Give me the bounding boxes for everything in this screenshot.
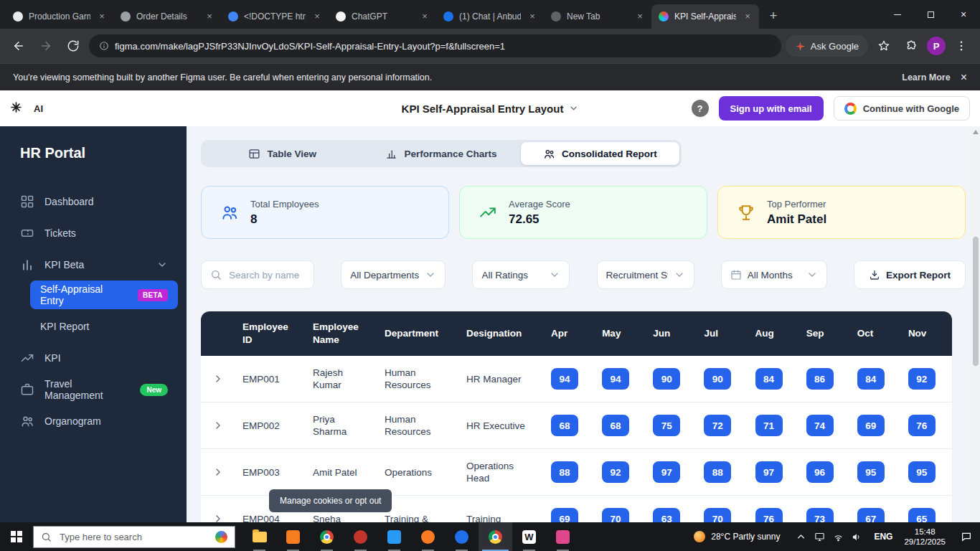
- table-row[interactable]: EMP001 Rajesh Kumar Human Resources HR M…: [201, 356, 952, 402]
- close-button[interactable]: ×: [947, 0, 980, 29]
- row-expander[interactable]: [201, 496, 235, 522]
- clock[interactable]: 15:48 29/12/2025: [897, 527, 953, 547]
- help-button[interactable]: ?: [692, 100, 709, 117]
- tab-performance-charts[interactable]: Performance Charts: [362, 142, 520, 165]
- vscode-icon[interactable]: [377, 522, 411, 551]
- extensions-button[interactable]: [900, 34, 923, 57]
- file-title[interactable]: KPI Self-Appraisal Entry Layout: [402, 103, 579, 115]
- ratings-dropdown[interactable]: All Ratings: [472, 260, 570, 289]
- tab-favicon: [551, 11, 561, 22]
- col-jul: Jul: [697, 311, 748, 356]
- sidebar-item-organogram[interactable]: Organogram: [0, 405, 187, 437]
- page-scrollbar[interactable]: [971, 126, 980, 522]
- search-input[interactable]: [227, 269, 305, 281]
- row-expander[interactable]: [201, 402, 235, 448]
- app-icon-orange[interactable]: [276, 522, 310, 551]
- banner-close-icon[interactable]: ×: [961, 71, 967, 84]
- table-row[interactable]: EMP002 Priya Sharma Human Resources HR E…: [201, 402, 952, 449]
- export-report-button[interactable]: Export Report: [854, 260, 966, 289]
- new-tab-button[interactable]: +: [763, 6, 783, 26]
- tab-close-icon[interactable]: ×: [634, 11, 646, 22]
- tab-table-view[interactable]: Table View: [203, 142, 362, 165]
- browser-tab-0[interactable]: Production Garm×: [6, 4, 113, 29]
- browser-tab-4[interactable]: (1) Chat | Anbud×: [436, 4, 544, 29]
- scroll-up-arrow[interactable]: [973, 130, 979, 134]
- back-button[interactable]: [7, 34, 30, 57]
- figma-apps-icon[interactable]: [10, 101, 22, 116]
- dashboard-icon: [20, 194, 34, 209]
- browser-tab-2[interactable]: <!DOCTYPE htm×: [221, 4, 329, 29]
- tab-close-icon[interactable]: ×: [204, 11, 215, 22]
- maximize-button[interactable]: [914, 0, 947, 29]
- chrome-icon[interactable]: [310, 522, 344, 551]
- minimize-icon: [894, 14, 901, 15]
- start-button[interactable]: [0, 522, 33, 551]
- browser-tab-5[interactable]: New Tab×: [544, 4, 651, 29]
- trending-up-icon: [479, 203, 497, 222]
- stream-dropdown[interactable]: Recruitment Strea: [597, 260, 694, 289]
- sidebar-item-kpi[interactable]: KPI: [0, 342, 187, 374]
- tab-close-icon[interactable]: ×: [419, 11, 430, 22]
- browser-menu-button[interactable]: [950, 34, 973, 57]
- table-header-row: Employee ID Employee Name Department Des…: [201, 311, 952, 356]
- taskbar-search-input[interactable]: [58, 531, 209, 543]
- signup-email-button[interactable]: Sign up with email: [719, 96, 824, 121]
- app-icon-pink[interactable]: [546, 522, 580, 551]
- xampp-icon[interactable]: [411, 522, 445, 551]
- mail-app-icon[interactable]: [445, 522, 479, 551]
- active-browser-icon[interactable]: [479, 522, 512, 551]
- tab-close-icon[interactable]: ×: [742, 11, 753, 22]
- time: 15:48: [904, 527, 946, 537]
- ai-label[interactable]: AI: [34, 103, 43, 114]
- search-field[interactable]: [201, 260, 314, 289]
- volume-icon[interactable]: [852, 532, 862, 542]
- chevron-down-icon: [674, 269, 685, 281]
- departments-dropdown[interactable]: All Departments: [341, 260, 446, 289]
- language-indicator[interactable]: ENG: [870, 532, 897, 542]
- profile-avatar[interactable]: P: [927, 37, 946, 55]
- row-expander[interactable]: [201, 356, 235, 402]
- forward-button[interactable]: [34, 34, 57, 57]
- scrollbar-thumb[interactable]: [973, 237, 979, 366]
- score-badge: 97: [653, 461, 680, 483]
- bookmark-button[interactable]: [872, 34, 895, 57]
- taskbar-search[interactable]: [33, 526, 235, 548]
- row-expander[interactable]: [201, 449, 235, 495]
- new-badge: New: [140, 384, 168, 396]
- site-info-icon[interactable]: [99, 41, 109, 51]
- tab-close-icon[interactable]: ×: [527, 11, 538, 22]
- col-aug: Aug: [748, 311, 799, 356]
- wifi-icon[interactable]: [833, 532, 844, 542]
- tab-consolidated-report[interactable]: Consolidated Report: [521, 142, 679, 165]
- monitor-icon[interactable]: [814, 532, 825, 542]
- chevron-up-icon[interactable]: [796, 532, 806, 542]
- sidebar-item-travel-management[interactable]: Travel Management New: [0, 374, 187, 405]
- score-badge: 76: [908, 415, 936, 436]
- app-icon-red[interactable]: [344, 522, 377, 551]
- months-dropdown[interactable]: All Months: [721, 260, 827, 289]
- browser-tab-3[interactable]: ChatGPT×: [329, 4, 436, 29]
- ask-google-button[interactable]: Ask Google: [786, 35, 868, 57]
- sidebar-item-dashboard[interactable]: Dashboard: [0, 186, 187, 217]
- back-icon: [12, 39, 25, 52]
- action-center-button[interactable]: [953, 522, 980, 551]
- address-bar[interactable]: figma.com/make/lagPJSfrP33NJInvOyLdoS/KP…: [89, 34, 781, 57]
- sidebar-item-kpi-report[interactable]: KPI Report: [0, 311, 187, 342]
- minimize-button[interactable]: [881, 0, 914, 29]
- tab-close-icon[interactable]: ×: [311, 11, 323, 22]
- browser-tab-active[interactable]: KPI Self-Apprais×: [651, 4, 759, 29]
- tab-close-icon[interactable]: ×: [96, 11, 108, 22]
- w-app-icon[interactable]: W: [512, 522, 546, 551]
- learn-more-link[interactable]: Learn More: [902, 72, 950, 83]
- banner-text: You're viewing something built by anothe…: [13, 72, 892, 83]
- browser-tab-1[interactable]: Order Details×: [113, 4, 221, 29]
- sidebar-item-tickets[interactable]: Tickets: [0, 217, 187, 249]
- copilot-icon[interactable]: [215, 531, 227, 543]
- sidebar-item-kpi-beta[interactable]: KPI Beta: [0, 249, 187, 281]
- weather-widget[interactable]: 28°C Partly sunny: [685, 531, 788, 542]
- file-explorer-icon[interactable]: [242, 522, 276, 551]
- reload-button[interactable]: [62, 34, 85, 57]
- score-badge: 76: [755, 508, 783, 522]
- continue-google-button[interactable]: Continue with Google: [834, 96, 970, 121]
- sidebar-item-self-appraisal[interactable]: Self-Appraisal Entry BETA: [30, 281, 178, 309]
